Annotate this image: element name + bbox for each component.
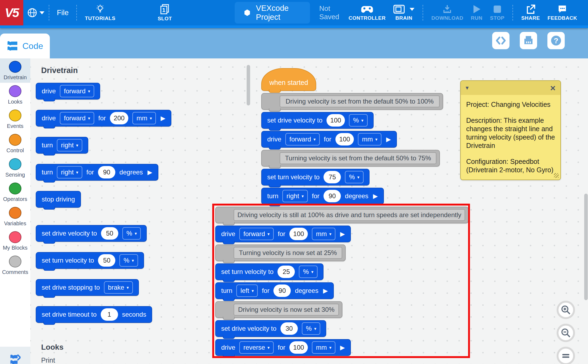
- number-input[interactable]: 100: [289, 228, 308, 240]
- number-input[interactable]: 75: [324, 171, 341, 183]
- code-block[interactable]: set drive stopping tobrake▾: [36, 279, 139, 296]
- palette-collapse-area[interactable]: [0, 347, 30, 364]
- number-input[interactable]: 25: [277, 266, 295, 278]
- dropdown-field[interactable]: right▾: [57, 139, 82, 151]
- dropdown-field[interactable]: %▾: [302, 322, 320, 335]
- dropdown-field[interactable]: %▾: [349, 114, 367, 127]
- controller-button[interactable]: CONTROLLER: [345, 4, 389, 21]
- comment-block[interactable]: Driving velocity is set from the default…: [261, 93, 443, 110]
- zoom-in-button[interactable]: [557, 301, 575, 319]
- dropdown-field[interactable]: %▾: [122, 227, 141, 240]
- dropdown-field[interactable]: forward▾: [60, 112, 94, 124]
- number-input[interactable]: 90: [98, 166, 115, 178]
- category-label: Control: [6, 147, 24, 154]
- number-input[interactable]: 90: [324, 190, 341, 202]
- comment-block[interactable]: Driving velocity is now set at 30%: [215, 301, 342, 318]
- dropdown-field[interactable]: forward▾: [60, 85, 94, 97]
- help-button[interactable]: ?: [547, 32, 565, 49]
- dropdown-field[interactable]: mm▾: [358, 133, 381, 145]
- number-input[interactable]: 50: [98, 254, 115, 267]
- code-block[interactable]: set drive velocity to50%▾: [36, 225, 147, 242]
- run-button[interactable]: RUN: [467, 4, 486, 21]
- code-block[interactable]: set drive timeout to1seconds: [36, 306, 152, 323]
- stop-button[interactable]: STOP: [486, 4, 508, 21]
- sidebar-item-comments[interactable]: Comments: [0, 253, 30, 277]
- feedback-button[interactable]: FEEDBACK: [544, 4, 581, 21]
- code-block[interactable]: set drive velocity to100%▾: [261, 112, 374, 129]
- palette-looks-header: Looks: [41, 343, 63, 352]
- code-block[interactable]: driveforward▾for100mm▾▶: [215, 226, 351, 242]
- sidebar-item-looks[interactable]: Looks: [0, 83, 30, 107]
- chevron-down-icon: [40, 11, 44, 14]
- number-input[interactable]: 100: [326, 114, 345, 127]
- dropdown-field[interactable]: mm▾: [312, 228, 335, 240]
- print-button[interactable]: [520, 32, 537, 49]
- chevron-down-icon: ▾: [314, 326, 316, 331]
- when-started-hat-block[interactable]: when started: [261, 68, 316, 91]
- number-input[interactable]: 200: [110, 112, 128, 124]
- dropdown-field[interactable]: brake▾: [104, 281, 133, 294]
- dropdown-field[interactable]: mm▾: [132, 112, 156, 124]
- dropdown-field[interactable]: %▾: [299, 266, 317, 278]
- dropdown-field[interactable]: right▾: [282, 190, 308, 202]
- canvas-vertical-scrollbar[interactable]: [584, 194, 588, 300]
- comment-block[interactable]: Turning velocity is set from the default…: [261, 150, 440, 167]
- tutorials-button[interactable]: TUTORIALS: [81, 4, 119, 21]
- zoom-out-button[interactable]: [557, 324, 575, 342]
- download-button[interactable]: DOWNLOAD: [427, 4, 467, 21]
- code-block[interactable]: set turn velocity to75%▾: [261, 169, 370, 186]
- code-block[interactable]: turnleft▾for90degrees▶: [215, 282, 334, 299]
- zoom-reset-button[interactable]: [557, 347, 575, 364]
- sidebar-item-drivetrain[interactable]: Drivetrain: [0, 58, 30, 83]
- view-code-button[interactable]: [492, 32, 509, 49]
- share-button[interactable]: SHARE: [517, 4, 544, 21]
- project-name-button[interactable]: VEXcode Project: [235, 2, 310, 24]
- sidebar-item-events[interactable]: Events: [0, 107, 30, 131]
- dropdown-field[interactable]: reverse▾: [239, 341, 274, 354]
- note-resize-handle[interactable]: [554, 173, 559, 178]
- language-menu[interactable]: [27, 8, 44, 18]
- number-input[interactable]: 100: [289, 341, 308, 354]
- dropdown-field[interactable]: forward▾: [285, 133, 320, 145]
- palette-scrollbar[interactable]: [247, 65, 250, 105]
- chevron-down-icon: ▾: [135, 231, 137, 236]
- sidebar-item-my-blocks[interactable]: My Blocks: [0, 229, 30, 253]
- number-input[interactable]: 50: [101, 227, 118, 240]
- file-menu[interactable]: File: [54, 9, 72, 17]
- code-block[interactable]: turnright▾for90degrees▶: [261, 188, 384, 204]
- code-block[interactable]: set turn velocity to25%▾: [215, 263, 324, 280]
- close-icon[interactable]: ×: [550, 83, 556, 92]
- tab-code[interactable]: Code: [0, 34, 50, 58]
- code-block[interactable]: set turn velocity to50%▾: [36, 252, 144, 269]
- dropdown-field[interactable]: forward▾: [239, 228, 274, 240]
- sidebar-item-control[interactable]: Control: [0, 131, 30, 156]
- code-block[interactable]: set drive velocity to30%▾: [215, 320, 326, 337]
- number-input[interactable]: 1: [101, 308, 118, 321]
- chevron-down-icon[interactable]: ▾: [466, 84, 469, 91]
- code-block[interactable]: drivereverse▾for100mm▾▶: [215, 339, 351, 356]
- dropdown-field[interactable]: right▾: [57, 166, 82, 178]
- sidebar-item-sensing[interactable]: Sensing: [0, 156, 30, 180]
- code-block[interactable]: stop driving: [36, 191, 81, 208]
- sidebar-item-operators[interactable]: Operators: [0, 180, 30, 204]
- slot-button[interactable]: 1 SLOT: [154, 4, 176, 22]
- code-block[interactable]: driveforward▾for100mm▾▶: [261, 131, 397, 148]
- number-input[interactable]: 30: [280, 322, 298, 335]
- code-block[interactable]: driveforward▾for200mm▾▶: [36, 110, 171, 127]
- number-input[interactable]: 100: [335, 133, 354, 145]
- sidebar-item-variables[interactable]: Variables: [0, 204, 30, 229]
- number-input[interactable]: 90: [273, 284, 291, 297]
- coding-workspace[interactable]: Drivetrain driveforward▾driveforward▾for…: [30, 58, 588, 364]
- code-block[interactable]: turnright▾: [36, 137, 88, 154]
- dropdown-field[interactable]: left▾: [236, 284, 258, 297]
- code-block[interactable]: turnright▾for90degrees▶: [36, 164, 158, 181]
- block-label: set turn velocity to: [42, 257, 94, 264]
- code-block[interactable]: driveforward▾: [36, 83, 100, 100]
- dropdown-field[interactable]: mm▾: [312, 341, 335, 354]
- comment-block[interactable]: Turning velocity is now set at 25%: [215, 244, 346, 261]
- brain-button[interactable]: BRAIN: [389, 4, 418, 21]
- dropdown-field[interactable]: %▾: [119, 254, 138, 267]
- dropdown-field[interactable]: %▾: [345, 171, 363, 183]
- project-note[interactable]: ▾ × Project: Changing VelocitiesDescript…: [460, 80, 561, 180]
- comment-block[interactable]: Driving velocity is still at 100% as dri…: [215, 207, 469, 223]
